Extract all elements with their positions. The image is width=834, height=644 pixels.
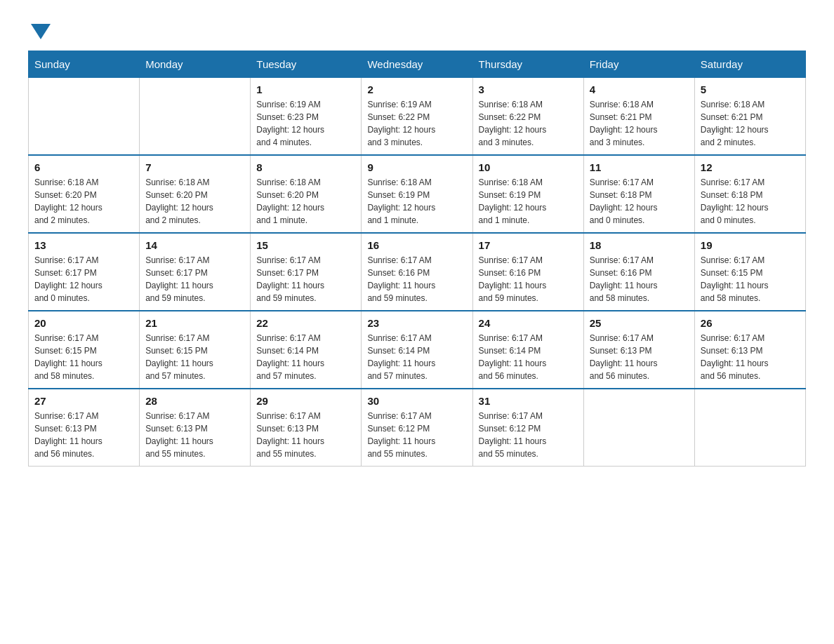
- logo-arrow-icon: [31, 24, 51, 39]
- day-number: 2: [367, 83, 466, 95]
- day-number: 5: [701, 83, 800, 95]
- day-number: 12: [701, 161, 800, 173]
- day-number: 28: [145, 395, 244, 407]
- day-number: 20: [34, 317, 133, 329]
- calendar-cell: [29, 78, 140, 156]
- day-info: Sunrise: 6:17 AM Sunset: 6:13 PM Dayligh…: [256, 410, 355, 460]
- day-info: Sunrise: 6:18 AM Sunset: 6:19 PM Dayligh…: [367, 176, 466, 227]
- day-number: 16: [367, 239, 466, 251]
- day-number: 29: [256, 395, 355, 407]
- day-number: 22: [256, 317, 355, 329]
- calendar-cell: 31Sunrise: 6:17 AM Sunset: 6:12 PM Dayli…: [472, 389, 583, 467]
- day-info: Sunrise: 6:17 AM Sunset: 6:17 PM Dayligh…: [34, 254, 133, 304]
- day-info: Sunrise: 6:17 AM Sunset: 6:15 PM Dayligh…: [145, 332, 244, 382]
- day-info: Sunrise: 6:17 AM Sunset: 6:13 PM Dayligh…: [590, 332, 689, 382]
- calendar-cell: 11Sunrise: 6:17 AM Sunset: 6:18 PM Dayli…: [583, 155, 694, 233]
- day-info: Sunrise: 6:17 AM Sunset: 6:15 PM Dayligh…: [34, 332, 133, 382]
- calendar-cell: 7Sunrise: 6:18 AM Sunset: 6:20 PM Daylig…: [140, 155, 251, 233]
- calendar-week-row: 27Sunrise: 6:17 AM Sunset: 6:13 PM Dayli…: [29, 389, 806, 467]
- day-info: Sunrise: 6:19 AM Sunset: 6:23 PM Dayligh…: [256, 98, 355, 149]
- day-number: 10: [479, 161, 578, 173]
- calendar-cell: 26Sunrise: 6:17 AM Sunset: 6:13 PM Dayli…: [694, 311, 805, 389]
- day-info: Sunrise: 6:18 AM Sunset: 6:19 PM Dayligh…: [479, 176, 578, 227]
- calendar-cell: 25Sunrise: 6:17 AM Sunset: 6:13 PM Dayli…: [583, 311, 694, 389]
- calendar-cell: 21Sunrise: 6:17 AM Sunset: 6:15 PM Dayli…: [140, 311, 251, 389]
- calendar-cell: 1Sunrise: 6:19 AM Sunset: 6:23 PM Daylig…: [251, 78, 362, 156]
- day-number: 15: [256, 239, 355, 251]
- day-info: Sunrise: 6:17 AM Sunset: 6:13 PM Dayligh…: [34, 410, 133, 460]
- calendar-cell: 18Sunrise: 6:17 AM Sunset: 6:16 PM Dayli…: [583, 233, 694, 311]
- day-info: Sunrise: 6:17 AM Sunset: 6:12 PM Dayligh…: [479, 410, 578, 460]
- day-number: 18: [590, 239, 689, 251]
- calendar-cell: 17Sunrise: 6:17 AM Sunset: 6:16 PM Dayli…: [472, 233, 583, 311]
- calendar-cell: 2Sunrise: 6:19 AM Sunset: 6:22 PM Daylig…: [362, 78, 472, 156]
- calendar-cell: [694, 389, 805, 467]
- calendar-cell: 19Sunrise: 6:17 AM Sunset: 6:15 PM Dayli…: [694, 233, 805, 311]
- calendar-cell: 12Sunrise: 6:17 AM Sunset: 6:18 PM Dayli…: [694, 155, 805, 233]
- day-info: Sunrise: 6:17 AM Sunset: 6:17 PM Dayligh…: [145, 254, 244, 304]
- day-number: 13: [34, 239, 133, 251]
- calendar-cell: [140, 78, 251, 156]
- calendar-week-row: 6Sunrise: 6:18 AM Sunset: 6:20 PM Daylig…: [29, 155, 806, 233]
- page-header: [28, 21, 806, 36]
- calendar-cell: 6Sunrise: 6:18 AM Sunset: 6:20 PM Daylig…: [29, 155, 140, 233]
- day-info: Sunrise: 6:17 AM Sunset: 6:17 PM Dayligh…: [256, 254, 355, 304]
- calendar-cell: 15Sunrise: 6:17 AM Sunset: 6:17 PM Dayli…: [251, 233, 362, 311]
- day-number: 11: [590, 161, 689, 173]
- calendar-cell: 22Sunrise: 6:17 AM Sunset: 6:14 PM Dayli…: [251, 311, 362, 389]
- day-number: 4: [590, 83, 689, 95]
- day-info: Sunrise: 6:17 AM Sunset: 6:14 PM Dayligh…: [256, 332, 355, 382]
- day-info: Sunrise: 6:17 AM Sunset: 6:15 PM Dayligh…: [701, 254, 800, 304]
- calendar-cell: 24Sunrise: 6:17 AM Sunset: 6:14 PM Dayli…: [472, 311, 583, 389]
- logo: [28, 21, 51, 36]
- day-number: 21: [145, 317, 244, 329]
- calendar-week-row: 1Sunrise: 6:19 AM Sunset: 6:23 PM Daylig…: [29, 78, 806, 156]
- day-number: 24: [479, 317, 578, 329]
- day-info: Sunrise: 6:18 AM Sunset: 6:21 PM Dayligh…: [701, 98, 800, 149]
- day-number: 17: [479, 239, 578, 251]
- calendar-table: SundayMondayTuesdayWednesdayThursdayFrid…: [28, 51, 806, 467]
- weekday-header-sunday: Sunday: [29, 51, 140, 78]
- day-number: 27: [34, 395, 133, 407]
- calendar-cell: 9Sunrise: 6:18 AM Sunset: 6:19 PM Daylig…: [362, 155, 472, 233]
- day-info: Sunrise: 6:17 AM Sunset: 6:16 PM Dayligh…: [590, 254, 689, 304]
- day-info: Sunrise: 6:17 AM Sunset: 6:14 PM Dayligh…: [479, 332, 578, 382]
- weekday-header-saturday: Saturday: [694, 51, 805, 78]
- day-info: Sunrise: 6:17 AM Sunset: 6:13 PM Dayligh…: [145, 410, 244, 460]
- calendar-cell: 8Sunrise: 6:18 AM Sunset: 6:20 PM Daylig…: [251, 155, 362, 233]
- calendar-cell: 23Sunrise: 6:17 AM Sunset: 6:14 PM Dayli…: [362, 311, 472, 389]
- day-info: Sunrise: 6:17 AM Sunset: 6:18 PM Dayligh…: [590, 176, 689, 227]
- calendar-cell: 20Sunrise: 6:17 AM Sunset: 6:15 PM Dayli…: [29, 311, 140, 389]
- calendar-cell: 13Sunrise: 6:17 AM Sunset: 6:17 PM Dayli…: [29, 233, 140, 311]
- calendar-cell: 28Sunrise: 6:17 AM Sunset: 6:13 PM Dayli…: [140, 389, 251, 467]
- calendar-cell: 3Sunrise: 6:18 AM Sunset: 6:22 PM Daylig…: [472, 78, 583, 156]
- day-info: Sunrise: 6:18 AM Sunset: 6:21 PM Dayligh…: [590, 98, 689, 149]
- weekday-header-thursday: Thursday: [472, 51, 583, 78]
- day-number: 6: [34, 161, 133, 173]
- day-number: 30: [367, 395, 466, 407]
- day-number: 19: [701, 239, 800, 251]
- calendar-week-row: 13Sunrise: 6:17 AM Sunset: 6:17 PM Dayli…: [29, 233, 806, 311]
- day-info: Sunrise: 6:17 AM Sunset: 6:13 PM Dayligh…: [701, 332, 800, 382]
- day-number: 8: [256, 161, 355, 173]
- calendar-week-row: 20Sunrise: 6:17 AM Sunset: 6:15 PM Dayli…: [29, 311, 806, 389]
- calendar-cell: 27Sunrise: 6:17 AM Sunset: 6:13 PM Dayli…: [29, 389, 140, 467]
- day-info: Sunrise: 6:17 AM Sunset: 6:18 PM Dayligh…: [701, 176, 800, 227]
- calendar-cell: 10Sunrise: 6:18 AM Sunset: 6:19 PM Dayli…: [472, 155, 583, 233]
- calendar-cell: 4Sunrise: 6:18 AM Sunset: 6:21 PM Daylig…: [583, 78, 694, 156]
- calendar-cell: 5Sunrise: 6:18 AM Sunset: 6:21 PM Daylig…: [694, 78, 805, 156]
- day-number: 31: [479, 395, 578, 407]
- day-info: Sunrise: 6:18 AM Sunset: 6:20 PM Dayligh…: [145, 176, 244, 227]
- day-info: Sunrise: 6:17 AM Sunset: 6:14 PM Dayligh…: [367, 332, 466, 382]
- day-number: 23: [367, 317, 466, 329]
- day-info: Sunrise: 6:18 AM Sunset: 6:22 PM Dayligh…: [479, 98, 578, 149]
- day-number: 9: [367, 161, 466, 173]
- day-info: Sunrise: 6:18 AM Sunset: 6:20 PM Dayligh…: [34, 176, 133, 227]
- day-number: 7: [145, 161, 244, 173]
- day-info: Sunrise: 6:17 AM Sunset: 6:16 PM Dayligh…: [367, 254, 466, 304]
- calendar-cell: 16Sunrise: 6:17 AM Sunset: 6:16 PM Dayli…: [362, 233, 472, 311]
- day-number: 14: [145, 239, 244, 251]
- weekday-header-monday: Monday: [140, 51, 251, 78]
- day-info: Sunrise: 6:19 AM Sunset: 6:22 PM Dayligh…: [367, 98, 466, 149]
- weekday-header-tuesday: Tuesday: [251, 51, 362, 78]
